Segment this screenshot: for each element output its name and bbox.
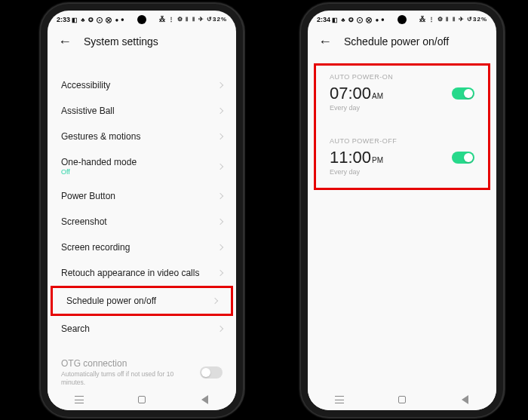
row-screenshot[interactable]: Screenshot	[48, 209, 236, 235]
power-on-toggle[interactable]	[452, 87, 474, 100]
row-description: Automatically turns off if not used for …	[61, 370, 189, 386]
row-otg-connection[interactable]: OTG connection Automatically turns off i…	[48, 355, 236, 388]
schedule-content: AUTO POWER-ON 07:00AM Every day AUTO POW…	[308, 56, 496, 403]
row-retouch-appearance[interactable]: Retouch appearance in video calls	[48, 260, 236, 286]
settings-list: Accessibility Assistive Ball Gestures & …	[48, 56, 236, 403]
row-label: Retouch appearance in video calls	[61, 268, 199, 278]
chevron-right-icon	[217, 326, 223, 332]
header: ← Schedule power on/off	[308, 29, 496, 56]
row-label: OTG connection	[61, 358, 189, 369]
header: ← System settings	[48, 29, 236, 56]
page-title: Schedule power on/off	[344, 35, 449, 48]
auto-power-off-block[interactable]: AUTO POWER-OFF 11:00PM Every day	[316, 130, 488, 185]
camera-notch	[137, 15, 146, 24]
section-label: AUTO POWER-OFF	[316, 130, 488, 148]
status-icons-left: ◧ ♣ ✪ ⨀ ⨂ ●	[72, 17, 119, 23]
nav-back-icon[interactable]	[459, 394, 470, 405]
nav-home-icon[interactable]	[397, 394, 407, 405]
navigation-bar	[48, 389, 236, 410]
section-label: AUTO POWER-ON	[316, 66, 488, 84]
status-more-dot: •	[121, 15, 122, 24]
row-label: Gestures & motions	[61, 131, 140, 142]
phone-schedule-power: 2:34 ◧ ♣ ✪ ⨀ ⨂ ● • ⁂ ⋮ ⚙ ⫴ ⫴ ✈ ↺32% ← Sc…	[308, 11, 496, 410]
chevron-right-icon	[217, 133, 223, 139]
nav-home-icon[interactable]	[137, 394, 147, 405]
chevron-right-icon	[217, 82, 223, 88]
chevron-right-icon	[217, 270, 223, 276]
schedule-highlight: AUTO POWER-ON 07:00AM Every day AUTO POW…	[314, 63, 490, 190]
back-arrow-icon[interactable]: ←	[58, 35, 72, 48]
row-one-handed-mode[interactable]: One-handed mode Off	[48, 149, 236, 183]
row-label: Search	[61, 323, 90, 334]
power-off-toggle[interactable]	[452, 152, 474, 164]
row-label: Screen recording	[61, 242, 130, 253]
row-power-button[interactable]: Power Button	[48, 183, 236, 209]
row-label: Accessibility	[61, 80, 110, 90]
row-label: One-handed mode	[61, 157, 137, 167]
row-assistive-ball[interactable]: Assistive Ball	[48, 98, 236, 124]
row-label: Screenshot	[61, 216, 107, 227]
chevron-right-icon	[217, 244, 223, 250]
row-gestures-motions[interactable]: Gestures & motions	[48, 124, 236, 149]
power-off-repeat: Every day	[316, 167, 488, 185]
chevron-right-icon	[212, 298, 218, 304]
status-icons-right: ⁂ ⋮ ⚙ ⫴ ⫴ ✈ ↺32%	[419, 16, 487, 23]
time-value: 11:00	[330, 148, 371, 167]
power-on-repeat: Every day	[316, 103, 488, 121]
phone-system-settings: 2:33 ◧ ♣ ✪ ⨀ ⨂ ● • ⁂ ⋮ ⚙ ⫴ ⫴ ✈ ↺32% ← Sy…	[48, 11, 236, 410]
auto-power-on-block[interactable]: AUTO POWER-ON 07:00AM Every day	[316, 66, 488, 121]
row-schedule-power[interactable]: Schedule power on/off	[51, 286, 233, 316]
status-time: 2:34	[317, 16, 330, 23]
navigation-bar	[308, 389, 496, 410]
nav-back-icon[interactable]	[199, 394, 210, 405]
otg-toggle[interactable]	[200, 366, 223, 379]
chevron-right-icon	[217, 163, 223, 169]
row-label: Power Button	[61, 191, 115, 201]
row-accessibility[interactable]: Accessibility	[48, 72, 236, 98]
page-title: System settings	[84, 35, 158, 48]
status-icons-right: ⁂ ⋮ ⚙ ⫴ ⫴ ✈ ↺32%	[159, 16, 227, 23]
status-icons-left: ◧ ♣ ✪ ⨀ ⨂ ●	[332, 17, 379, 23]
back-arrow-icon[interactable]: ←	[318, 35, 332, 48]
nav-recents-icon[interactable]	[334, 394, 345, 405]
row-label: Assistive Ball	[61, 106, 115, 116]
status-time: 2:33	[57, 16, 70, 23]
time-ampm: PM	[372, 156, 383, 164]
status-more-dot: •	[381, 15, 382, 24]
time-value: 07:00	[330, 84, 371, 103]
chevron-right-icon	[217, 108, 223, 114]
chevron-right-icon	[217, 193, 223, 199]
row-label: Schedule power on/off	[66, 296, 156, 306]
row-search[interactable]: Search	[48, 316, 236, 342]
camera-notch	[398, 15, 407, 24]
nav-recents-icon[interactable]	[74, 394, 84, 405]
row-screen-recording[interactable]: Screen recording	[48, 235, 236, 260]
row-sublabel: Off	[61, 168, 137, 176]
chevron-right-icon	[217, 219, 223, 225]
time-ampm: AM	[372, 92, 383, 100]
